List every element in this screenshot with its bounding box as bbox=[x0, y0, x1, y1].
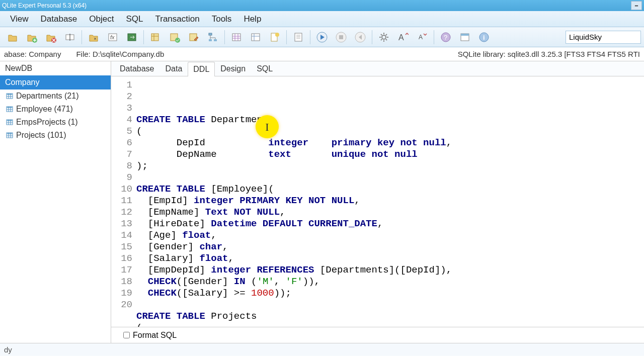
menu-sql[interactable]: SQL bbox=[120, 12, 149, 26]
table-struct-icon[interactable] bbox=[204, 29, 221, 46]
new-doc-icon[interactable] bbox=[266, 29, 283, 46]
code-line[interactable]: CREATE TABLE Projects bbox=[136, 311, 452, 322]
rewind-icon[interactable] bbox=[352, 29, 369, 46]
code-line[interactable]: CREATE TABLE Departments bbox=[136, 114, 452, 126]
table-item-departments[interactable]: Departments (21) bbox=[0, 89, 111, 103]
tab-sql[interactable]: SQL bbox=[251, 61, 278, 76]
tab-strip: DatabaseDataDDLDesignSQL bbox=[111, 61, 644, 76]
table-item-employee[interactable]: Employee (471) bbox=[0, 103, 111, 116]
menu-database[interactable]: Database bbox=[35, 12, 84, 26]
code-line[interactable]: DepName text unique not null bbox=[136, 149, 452, 160]
svg-text:fx: fx bbox=[110, 34, 115, 40]
content-area: DatabaseDataDDLDesignSQL 123456789101112… bbox=[111, 61, 644, 343]
remove-db-icon[interactable] bbox=[42, 29, 59, 46]
stop-icon[interactable] bbox=[333, 29, 350, 46]
code-line[interactable]: CHECK([Salary] >= 1000)); bbox=[136, 288, 452, 299]
menu-help[interactable]: Help bbox=[237, 12, 267, 26]
table-item-empsprojects[interactable]: EmpsProjects (1) bbox=[0, 116, 111, 129]
table-ok-icon[interactable] bbox=[166, 29, 183, 46]
svg-rect-28 bbox=[461, 34, 469, 36]
code-line[interactable]: [Salary] float, bbox=[136, 253, 452, 264]
tab-ddl[interactable]: DDL bbox=[188, 62, 215, 76]
search-input[interactable] bbox=[566, 31, 641, 44]
search-box bbox=[566, 31, 641, 44]
tab-database[interactable]: Database bbox=[114, 61, 160, 76]
run-icon[interactable] bbox=[313, 29, 331, 46]
info-bar: abase: Company File: D:\sqlite\Company.d… bbox=[0, 47, 644, 61]
code-line[interactable]: ( bbox=[136, 322, 452, 327]
gear-icon[interactable] bbox=[375, 29, 392, 46]
code-line[interactable] bbox=[136, 172, 452, 184]
svg-rect-11 bbox=[209, 39, 212, 41]
sqlite-library-info: SQLite library: sqlite3.dll 3.25.3 [FTS3… bbox=[458, 50, 640, 58]
minimize-button[interactable]: ━ bbox=[631, 1, 642, 10]
svg-rect-13 bbox=[232, 34, 240, 41]
table-item-projects[interactable]: Projects (101) bbox=[0, 129, 111, 142]
status-text: dy bbox=[4, 345, 12, 354]
code-line[interactable]: CREATE TABLE [Employee]( bbox=[136, 184, 452, 195]
code-line[interactable]: [HireDate] Datetime DEFAULT CURRENT_DATE… bbox=[136, 218, 452, 230]
grid2-icon[interactable] bbox=[247, 29, 264, 46]
sidebar: NewDBCompanyDepartments (21)Employee (47… bbox=[0, 61, 111, 343]
help-icon[interactable]: ? bbox=[437, 29, 454, 46]
svg-point-22 bbox=[382, 35, 386, 39]
menu-view[interactable]: View bbox=[4, 12, 35, 26]
window-icon[interactable] bbox=[456, 29, 473, 46]
attach-icon[interactable] bbox=[85, 29, 102, 46]
db-name: Company bbox=[29, 50, 61, 58]
code-line[interactable]: [Gender] char, bbox=[136, 241, 452, 253]
rename-icon[interactable] bbox=[61, 29, 78, 46]
svg-point-8 bbox=[175, 38, 180, 43]
svg-rect-12 bbox=[214, 39, 217, 41]
code-line[interactable]: ); bbox=[136, 160, 452, 172]
open-db-icon[interactable] bbox=[4, 29, 21, 46]
cursor-highlight-icon: I bbox=[256, 115, 279, 138]
code-line[interactable]: ( bbox=[136, 126, 452, 137]
svg-rect-38 bbox=[7, 133, 13, 134]
code-line[interactable]: [EmpDepId] integer REFERENCES [Departmen… bbox=[136, 264, 452, 276]
code-line[interactable]: DepId integer primary key not null, bbox=[136, 137, 452, 149]
code-line[interactable] bbox=[136, 299, 452, 311]
exit-icon[interactable] bbox=[123, 29, 140, 46]
code-line[interactable]: [Age] float, bbox=[136, 230, 452, 241]
font-decrease-icon[interactable]: A bbox=[414, 29, 431, 46]
svg-rect-20 bbox=[339, 35, 343, 39]
sql-editor[interactable]: 1234567891011121314151617181920 CREATE T… bbox=[111, 76, 644, 327]
db-file-path: D:\sqlite\Company.db bbox=[93, 50, 164, 58]
menu-transaction[interactable]: Transaction bbox=[149, 12, 206, 26]
grid-icon[interactable] bbox=[228, 29, 245, 46]
tab-design[interactable]: Design bbox=[215, 61, 251, 76]
code-line[interactable]: [EmpId] integer PRIMARY KEY NOT NULL, bbox=[136, 195, 452, 207]
svg-text:?: ? bbox=[444, 34, 447, 41]
code-area[interactable]: CREATE TABLE Departments( DepId integer … bbox=[136, 76, 452, 327]
page-icon[interactable] bbox=[290, 29, 307, 46]
svg-text:A: A bbox=[419, 34, 423, 41]
format-sql-checkbox[interactable] bbox=[123, 332, 130, 338]
code-line[interactable]: [EmpName] Text NOT NULL, bbox=[136, 207, 452, 218]
svg-rect-10 bbox=[209, 33, 212, 35]
db-item-newdb[interactable]: NewDB bbox=[0, 61, 111, 75]
tab-data[interactable]: Data bbox=[160, 61, 188, 76]
format-bar: Format SQL bbox=[111, 327, 644, 343]
new-table-icon[interactable] bbox=[147, 29, 164, 46]
svg-text:A: A bbox=[398, 33, 404, 42]
table-icon bbox=[6, 132, 13, 139]
window-title: QLite Expert Personal 5.3 (x64) bbox=[2, 2, 87, 9]
format-sql-label: Format SQL bbox=[133, 331, 177, 340]
svg-text:i: i bbox=[483, 34, 485, 41]
add-db-icon[interactable] bbox=[23, 29, 40, 46]
font-increase-icon[interactable]: A bbox=[394, 29, 412, 46]
main-area: NewDBCompanyDepartments (21)Employee (47… bbox=[0, 61, 644, 343]
svg-rect-36 bbox=[7, 120, 13, 121]
function-icon[interactable]: fx bbox=[104, 29, 121, 46]
info-icon[interactable]: i bbox=[475, 29, 493, 46]
svg-rect-17 bbox=[295, 33, 302, 41]
svg-rect-32 bbox=[7, 94, 13, 95]
menu-object[interactable]: Object bbox=[83, 12, 120, 26]
status-bar: dy bbox=[0, 343, 644, 356]
code-line[interactable]: CHECK([Gender] IN ('M', 'F')), bbox=[136, 276, 452, 288]
table-icon bbox=[6, 119, 13, 126]
menu-tools[interactable]: Tools bbox=[206, 12, 238, 26]
db-item-company[interactable]: Company bbox=[0, 75, 111, 89]
table-edit-icon[interactable] bbox=[185, 29, 202, 46]
